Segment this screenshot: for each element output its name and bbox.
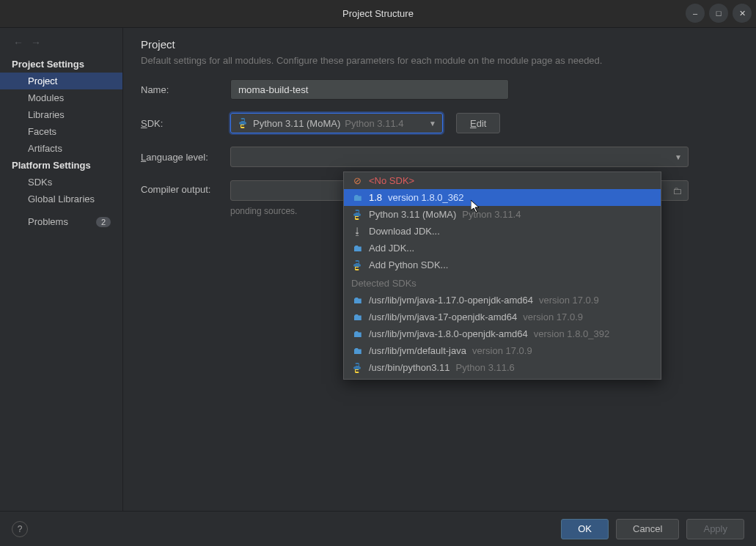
sdk-detected-2[interactable]: 🖿 /usr/lib/jvm/java-1.8.0-openjdk-amd64 … [344,325,661,342]
sdk-action-download-jdk[interactable]: ⭳ Download JDK... [344,223,661,240]
language-level-combobox[interactable]: ▼ [230,147,689,167]
python-icon [351,260,363,270]
sdk-detected-1[interactable]: 🖿 /usr/lib/jvm/java-17-openjdk-amd64 ver… [344,309,661,325]
sidebar-item-global-libraries[interactable]: Global Libraries [0,191,122,207]
ok-button[interactable]: OK [561,519,609,539]
nav-arrows: ← → [0,32,122,56]
python-icon [237,118,249,128]
problems-count-badge: 2 [96,217,111,227]
python-icon [351,363,363,373]
language-level-label: Language level: [141,152,230,163]
minimize-button[interactable]: – [686,4,705,23]
sidebar-section-project-settings: Project Settings [0,56,122,73]
sdk-detected-3[interactable]: 🖿 /usr/lib/jvm/default-java version 17.0… [344,342,661,359]
sdk-option-no-sdk[interactable]: ⊘ <No SDK> [344,172,661,189]
maximize-button[interactable]: □ [709,4,728,23]
window-body: ← → Project Settings Project Modules Lib… [0,28,756,511]
sidebar-item-project[interactable]: Project [0,73,122,89]
folder-icon: 🖿 [351,243,363,254]
name-input[interactable] [230,79,509,100]
sdk-label: SDK: [141,118,230,129]
sdk-detected-4[interactable]: /usr/bin/python3.11 Python 3.11.6 [344,359,661,376]
help-button[interactable]: ? [12,521,28,537]
compiler-output-label: Compiler output: [141,180,230,195]
folder-icon: 🖿 [351,295,363,306]
window-controls: – □ ✕ [686,4,752,23]
python-icon [351,210,363,220]
sidebar-item-libraries[interactable]: Libraries [0,106,122,123]
folder-icon: 🖿 [351,192,363,203]
folder-icon: 🖿 [351,311,363,322]
sidebar-item-problems[interactable]: Problems 2 [0,213,122,230]
sidebar: ← → Project Settings Project Modules Lib… [0,28,123,511]
page-title: Project [141,38,738,51]
nav-forward-icon[interactable]: → [31,37,41,48]
sdk-selected-main: Python 3.11 (MoMA) [253,118,340,129]
chevron-down-icon: ▼ [675,153,682,161]
sdk-dropdown-popup: ⊘ <No SDK> 🖿 1.8 version 1.8.0_362 Pytho… [343,171,661,380]
sidebar-item-facets[interactable]: Facets [0,123,122,140]
chevron-down-icon: ▼ [429,119,436,128]
sdk-detected-header: Detected SDKs [344,273,661,292]
name-label: Name: [141,84,230,95]
no-sdk-icon: ⊘ [351,175,363,186]
nav-back-icon[interactable]: ← [13,37,23,48]
page-subtitle: Default settings for all modules. Config… [141,55,738,66]
project-structure-window: Project Structure – □ ✕ ← → Project Sett… [0,0,756,546]
edit-sdk-button[interactable]: Edit [456,113,500,133]
problems-label: Problems [28,216,68,227]
row-language-level: Language level: ▼ [141,147,738,167]
sidebar-item-sdks[interactable]: SDKs [0,174,122,191]
sdk-action-add-python-sdk[interactable]: Add Python SDK... [344,257,661,273]
sidebar-item-artifacts[interactable]: Artifacts [0,140,122,157]
browse-folder-icon[interactable]: 🗀 [672,185,682,196]
cancel-button[interactable]: Cancel [616,519,679,539]
sdk-option-python311[interactable]: Python 3.11 (MoMA) Python 3.11.4 [344,206,661,223]
close-button[interactable]: ✕ [733,4,752,23]
sdk-option-jdk18[interactable]: 🖿 1.8 version 1.8.0_362 [344,189,661,206]
sidebar-section-platform-settings: Platform Settings [0,157,122,174]
folder-icon: 🖿 [351,345,363,356]
download-icon: ⭳ [351,226,363,237]
dialog-footer: ? OK Cancel Apply [0,511,756,546]
sdk-detected-0[interactable]: 🖿 /usr/lib/jvm/java-1.17.0-openjdk-amd64… [344,292,661,309]
sidebar-item-modules[interactable]: Modules [0,89,122,106]
titlebar: Project Structure – □ ✕ [0,0,756,28]
apply-button[interactable]: Apply [686,519,744,539]
folder-icon: 🖿 [351,328,363,339]
row-name: Name: [141,79,738,100]
window-title: Project Structure [342,8,414,19]
sdk-action-add-jdk[interactable]: 🖿 Add JDK... [344,240,661,257]
content-area: Project Default settings for all modules… [123,28,756,511]
sdk-selected-version: Python 3.11.4 [345,118,403,129]
row-sdk: SDK: Python 3.11 (MoMA) Python 3.11.4 ▼ … [141,113,738,133]
sdk-combobox[interactable]: Python 3.11 (MoMA) Python 3.11.4 ▼ [230,113,443,133]
